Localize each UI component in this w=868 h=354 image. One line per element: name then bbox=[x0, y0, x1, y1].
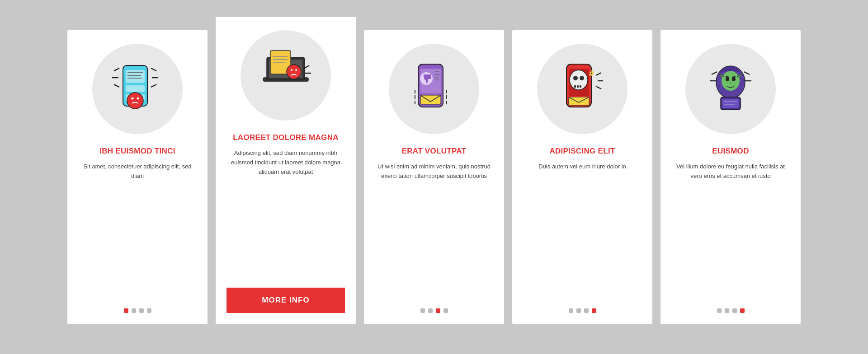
card-2-title: LAOREET DOLORE MAGNA bbox=[233, 133, 339, 142]
dot bbox=[576, 308, 581, 313]
card-2-desc: Adipiscing elit, sed diam nonummy nibh e… bbox=[226, 149, 345, 275]
more-info-button[interactable]: MORE INFO bbox=[226, 288, 345, 313]
dot bbox=[732, 308, 737, 313]
dot bbox=[584, 308, 589, 313]
dot bbox=[139, 308, 144, 313]
dot bbox=[124, 308, 128, 313]
dot bbox=[592, 308, 596, 313]
card-1-title: IBH EUISMOD TINCI bbox=[99, 147, 175, 156]
card-1-desc: Sit amet, consectetuer adipiscing elit, … bbox=[78, 162, 197, 296]
svg-point-61 bbox=[729, 82, 732, 84]
svg-line-52 bbox=[596, 73, 601, 75]
icon-circle-3 bbox=[389, 44, 479, 134]
card-5-dots bbox=[717, 308, 745, 313]
svg-rect-65 bbox=[722, 99, 739, 108]
svg-line-15 bbox=[151, 84, 156, 87]
laptop-angry-icon bbox=[254, 44, 317, 107]
card-5-title: EUISMOD bbox=[712, 147, 749, 156]
svg-point-23 bbox=[287, 65, 301, 79]
svg-rect-35 bbox=[420, 95, 441, 104]
card-4-desc: Duis autem vel eum iriure dolor in bbox=[538, 162, 626, 296]
icon-circle-2 bbox=[241, 30, 331, 121]
svg-point-8 bbox=[132, 98, 134, 100]
svg-point-9 bbox=[137, 98, 139, 100]
svg-text:#: # bbox=[589, 69, 594, 78]
card-4-title: ADIPISCING ELIT bbox=[549, 147, 615, 156]
dot bbox=[147, 308, 151, 313]
phone-angry-icon bbox=[106, 57, 169, 121]
card-2: LAOREET DOLORE MAGNA Adipiscing elit, se… bbox=[216, 17, 356, 324]
dot bbox=[569, 308, 573, 313]
svg-line-12 bbox=[114, 84, 119, 87]
card-3-dots bbox=[420, 308, 448, 313]
svg-point-46 bbox=[580, 76, 584, 80]
hacker-icon bbox=[699, 57, 762, 121]
dot bbox=[436, 308, 440, 313]
dot bbox=[740, 308, 745, 313]
card-3: ERAT VOLUTPAT Ut wisi enim ad minim veni… bbox=[364, 30, 504, 324]
card-3-desc: Ut wisi enim ad minim veniam, quis nostr… bbox=[375, 162, 493, 296]
svg-rect-1 bbox=[126, 70, 145, 83]
svg-rect-47 bbox=[574, 85, 576, 88]
icon-circle-4: # bbox=[537, 44, 627, 134]
icon-circle-1 bbox=[92, 44, 183, 134]
dot bbox=[717, 308, 722, 313]
card-5-desc: Vel illum dolore eu feugiat nulla facili… bbox=[671, 162, 790, 296]
svg-point-7 bbox=[127, 93, 143, 109]
dot bbox=[443, 308, 448, 313]
phone-dislike-icon bbox=[402, 57, 466, 121]
svg-point-25 bbox=[295, 69, 297, 71]
card-5: EUISMOD Vel illum dolore eu feugiat null… bbox=[660, 30, 801, 324]
card-1: IBH EUISMOD TINCI Sit amet, consectetuer… bbox=[67, 30, 208, 324]
svg-line-68 bbox=[712, 72, 717, 75]
svg-point-24 bbox=[291, 69, 292, 71]
card-4: # ADIPISCING ELIT Duis autem vel eum iri… bbox=[512, 30, 652, 324]
dot bbox=[428, 308, 433, 313]
dot bbox=[725, 308, 729, 313]
dot bbox=[420, 308, 425, 313]
cards-container: IBH EUISMOD TINCI Sit amet, consectetuer… bbox=[40, 12, 828, 342]
dot bbox=[132, 308, 136, 313]
svg-rect-48 bbox=[577, 85, 579, 88]
svg-line-70 bbox=[744, 72, 750, 75]
phone-skull-icon: # bbox=[551, 57, 614, 121]
svg-line-54 bbox=[596, 86, 601, 89]
svg-point-45 bbox=[573, 76, 578, 80]
svg-rect-2 bbox=[126, 85, 145, 92]
svg-rect-49 bbox=[580, 85, 581, 88]
card-3-title: ERAT VOLUTPAT bbox=[402, 147, 467, 156]
svg-line-10 bbox=[114, 68, 119, 71]
card-1-dots bbox=[124, 308, 151, 313]
svg-line-13 bbox=[151, 68, 156, 71]
card-4-dots bbox=[569, 308, 596, 313]
icon-circle-5 bbox=[685, 44, 776, 134]
